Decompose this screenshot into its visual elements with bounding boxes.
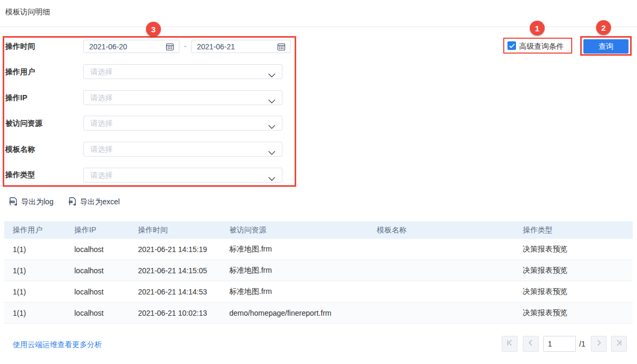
accessed-resource-select[interactable]: 请选择	[83, 116, 282, 131]
operation-user-select[interactable]: 请选择	[83, 64, 282, 79]
col-header-operation-ip: 操作IP	[66, 226, 130, 235]
table-row: 1(1) localhost 2021-06-21 14:15:05 标准地图.…	[4, 260, 633, 281]
cell-accessed-resource: 标准地图.frm	[221, 245, 368, 254]
annotation-badge-3: 3	[146, 22, 161, 37]
calendar-icon[interactable]	[277, 42, 286, 51]
next-page-icon	[595, 339, 602, 349]
cell-operation-user: 1(1)	[4, 266, 66, 275]
table-header-row: 操作用户 操作IP 操作时间 被访问资源 模板名称 操作类型	[4, 221, 633, 239]
select-placeholder: 请选择	[90, 142, 113, 156]
select-placeholder: 请选择	[90, 168, 113, 182]
last-page-icon	[615, 339, 623, 349]
table-row: 1(1) localhost 2021-06-21 14:15:19 标准地图.…	[4, 239, 633, 260]
col-header-operation-user: 操作用户	[4, 226, 66, 235]
chevron-down-icon	[268, 148, 276, 157]
cell-operation-type: 决策报表预览	[514, 245, 633, 254]
table-row: 1(1) localhost 2021-06-21 14:14:53 标准地图.…	[4, 281, 633, 302]
cell-operation-time: 2021-06-21 10:02:13	[130, 309, 221, 317]
cell-operation-ip: localhost	[66, 288, 130, 296]
cell-operation-time: 2021-06-21 14:14:53	[130, 288, 221, 296]
chevron-down-icon	[268, 122, 276, 131]
annotation-box-filter	[3, 36, 296, 187]
cell-operation-ip: localhost	[66, 309, 130, 317]
last-page-button[interactable]	[611, 336, 627, 352]
first-page-icon	[506, 339, 513, 349]
page-total-label: /1	[579, 340, 586, 348]
table-row: 1(1) localhost 2021-06-21 10:02:13 demo/…	[4, 302, 633, 324]
template-name-select[interactable]: 请选择	[83, 142, 282, 157]
cell-operation-type: 决策报表预览	[514, 266, 633, 275]
cell-accessed-resource: demo/homepage/finereport.frm	[221, 309, 368, 317]
export-log-link[interactable]: 导出为log	[21, 197, 54, 207]
date-to-input[interactable]	[191, 40, 291, 53]
col-header-accessed-resource: 被访问资源	[221, 226, 368, 235]
prev-page-icon	[527, 339, 535, 349]
cloud-ops-link[interactable]: 使用云端运维查看更多分析	[13, 340, 102, 350]
cell-operation-type: 决策报表预览	[514, 308, 633, 318]
date-from-input[interactable]	[83, 40, 179, 53]
file-excel-icon[interactable]: X	[67, 196, 78, 209]
page-number-input[interactable]	[543, 336, 576, 352]
advanced-query-label: 高级查询条件	[519, 42, 564, 51]
svg-text:LOG: LOG	[10, 201, 14, 203]
label-operation-ip: 操作IP	[5, 92, 27, 103]
cell-operation-ip: localhost	[66, 266, 130, 275]
export-excel-link[interactable]: 导出为excel	[80, 197, 120, 207]
cell-accessed-resource: 标准地图.frm	[221, 266, 368, 275]
select-placeholder: 请选择	[90, 65, 113, 79]
query-button[interactable]: 查询	[583, 39, 629, 54]
cell-operation-type: 决策报表预览	[514, 287, 633, 297]
calendar-icon[interactable]	[166, 42, 174, 51]
select-placeholder: 请选择	[90, 116, 113, 130]
label-accessed-resource: 被访问资源	[5, 118, 42, 128]
label-operation-type: 操作类型	[5, 169, 35, 180]
cell-operation-time: 2021-06-21 14:15:19	[130, 245, 221, 254]
first-page-button[interactable]	[502, 336, 518, 352]
annotation-badge-2: 2	[596, 20, 611, 35]
file-log-icon[interactable]: LOG	[8, 196, 19, 209]
chevron-down-icon	[268, 96, 276, 106]
advanced-query-checkbox[interactable]	[507, 41, 516, 50]
label-operation-user: 操作用户	[5, 66, 35, 77]
annotation-badge-1: 1	[530, 21, 545, 36]
operation-ip-select[interactable]: 请选择	[83, 90, 282, 105]
page-title: 模板访问明细	[5, 7, 50, 17]
access-log-table: 操作用户 操作IP 操作时间 被访问资源 模板名称 操作类型 1(1) loca…	[4, 221, 633, 324]
chevron-down-icon	[268, 174, 276, 183]
cell-operation-ip: localhost	[66, 245, 130, 254]
cell-operation-time: 2021-06-21 14:15:05	[130, 266, 221, 275]
pagination: /1	[502, 336, 627, 352]
svg-text:X: X	[70, 201, 72, 203]
operation-type-select[interactable]: 请选择	[83, 168, 282, 183]
cell-operation-user: 1(1)	[4, 309, 66, 317]
cell-operation-user: 1(1)	[4, 245, 66, 254]
select-placeholder: 请选择	[90, 91, 113, 105]
col-header-operation-time: 操作时间	[130, 226, 221, 235]
check-icon	[509, 41, 515, 50]
label-operation-time: 操作时间	[5, 41, 35, 51]
col-header-operation-type: 操作类型	[514, 226, 633, 235]
cell-accessed-resource: 标准地图.frm	[221, 287, 368, 297]
cell-operation-user: 1(1)	[4, 288, 66, 296]
prev-page-button[interactable]	[523, 336, 539, 352]
chevron-down-icon	[268, 70, 276, 80]
next-page-button[interactable]	[591, 336, 607, 352]
col-header-template-name: 模板名称	[368, 226, 514, 235]
label-template-name: 模板名称	[5, 144, 35, 154]
date-range-separator: -	[182, 42, 189, 50]
